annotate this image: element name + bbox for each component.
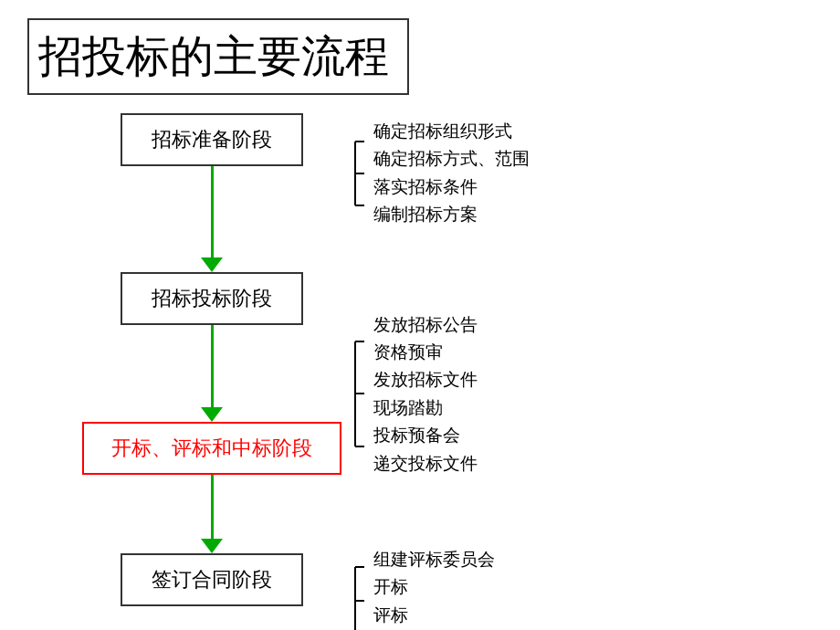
arrow-down-1	[201, 257, 223, 272]
stage-box-3: 开标、评标和中标阶段	[82, 422, 341, 475]
arrow-line-3	[211, 475, 214, 502]
gap-2	[341, 478, 530, 546]
items-list-2: 发放招标公告 资格预审 发放招标文件 现场踏勘 投标预备会 递交投标文件	[373, 311, 478, 478]
arrow-2	[201, 325, 223, 422]
bracket-svg-3	[351, 562, 369, 630]
main-content: 招标准备阶段 招标投标阶段 开标、评标和中标阶段	[82, 113, 813, 630]
page-container: 招投标的主要流程 招标准备阶段 招标投标阶段	[0, 0, 840, 630]
bracket-section-3: 组建评标委员会 开标 评标 中标	[341, 546, 530, 630]
items-list-3: 组建评标委员会 开标 评标 中标	[373, 546, 495, 630]
arrow-1	[201, 166, 223, 272]
bracket-section-1: 确定招标组织形式 确定招标方式、范围 落实招标条件 编制招标方案	[341, 118, 530, 229]
arrow-line-2	[211, 325, 214, 352]
stage-box-1: 招标准备阶段	[121, 113, 303, 166]
stage-box-2: 招标投标阶段	[121, 272, 303, 325]
flow-column: 招标准备阶段 招标投标阶段 开标、评标和中标阶段	[82, 113, 341, 630]
bracket-svg-2	[351, 337, 369, 451]
arrow-line-1c	[211, 221, 214, 257]
bracket-section-2: 发放招标公告 资格预审 发放招标文件 现场踏勘 投标预备会 递交投标文件	[341, 311, 530, 478]
gap-1	[341, 229, 530, 311]
arrow-line-3b	[211, 502, 214, 539]
page-title: 招投标的主要流程	[38, 27, 389, 86]
arrow-line-1b	[211, 194, 214, 221]
stage-box-4: 签订合同阶段	[121, 553, 303, 606]
arrow-line-2b	[211, 352, 214, 407]
right-panel: 确定招标组织形式 确定招标方式、范围 落实招标条件 编制招标方案 发放招标公告	[341, 113, 530, 630]
arrow-3	[201, 475, 223, 553]
arrow-down-2	[201, 407, 223, 422]
items-list-1: 确定招标组织形式 确定招标方式、范围 落实招标条件 编制招标方案	[373, 118, 530, 229]
title-box: 招投标的主要流程	[27, 18, 409, 95]
arrow-line-1	[211, 166, 214, 194]
bracket-svg-1	[351, 137, 369, 210]
arrow-down-3	[201, 539, 223, 553]
